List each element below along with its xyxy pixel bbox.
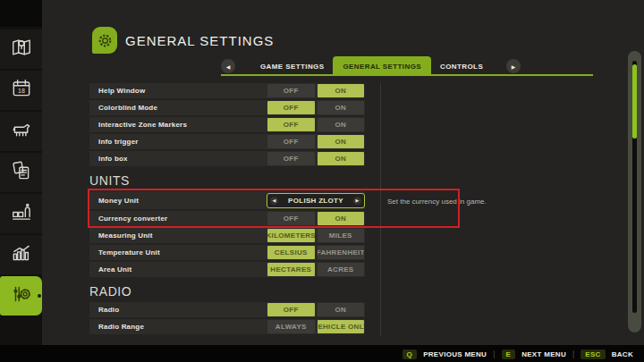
option-off[interactable]: OFF	[267, 152, 315, 165]
sidebar-item-production[interactable]	[0, 194, 42, 233]
annotation-highlight-box	[88, 189, 460, 228]
scrollbar-track[interactable]	[632, 61, 637, 313]
setting-label: Radio Range	[98, 323, 144, 331]
setting-label: Info trigger	[98, 138, 139, 146]
setting-label: Info box	[98, 155, 128, 163]
chevron-right-icon: ▶	[512, 63, 516, 70]
hint-separator: |	[493, 349, 495, 358]
sidebar-item-map[interactable]	[0, 29, 42, 69]
option-on[interactable]: ON	[318, 135, 365, 148]
setting-row-info-trigger: Info triggerOFFON	[89, 134, 365, 149]
gear-icon	[96, 31, 114, 50]
contracts-icon	[10, 159, 33, 186]
sidebar-item-statistics[interactable]	[0, 235, 42, 274]
setting-row-radio: RadioOFFON	[89, 302, 365, 317]
setting-label: Measuring Unit	[98, 232, 153, 240]
setting-row-measuring-unit: Measuring UnitKILOMETERSMILES	[89, 228, 365, 243]
sidebar-item-settings-gear[interactable]	[0, 276, 42, 316]
option-off[interactable]: OFF	[267, 135, 315, 148]
option-hectares[interactable]: HECTARES	[267, 263, 315, 276]
hint-next-menu: NEXT MENU	[521, 350, 566, 358]
next-tab-button[interactable]: ▶	[506, 59, 521, 73]
tab-controls[interactable]: CONTROLS	[431, 56, 492, 76]
tab-game-settings[interactable]: GAME SETTINGS	[251, 56, 333, 76]
settings-screen: 18 GENERAL SETTINGS ◀GAME SETTINGSGENERA…	[0, 0, 644, 362]
setting-row-help-window: Help WindowOFFON	[89, 83, 365, 98]
chevron-left-icon: ◀	[226, 63, 231, 70]
setting-label: Temperature Unit	[98, 248, 160, 257]
toggle-group-radio: OFFON	[267, 303, 364, 316]
page-title: GENERAL SETTINGS	[125, 33, 274, 48]
calendar-icon: 18	[10, 77, 33, 104]
setting-label: Area Unit	[98, 265, 131, 274]
sidebar-item-calendar[interactable]: 18	[0, 71, 42, 110]
toggle-group-interactive-zone-markers: OFFON	[267, 118, 364, 131]
option-kilometers[interactable]: KILOMETERS	[267, 229, 315, 242]
sidebar: 18	[0, 0, 42, 347]
section-title-units: UNITS	[89, 172, 365, 189]
option-celsius[interactable]: CELSIUS	[267, 246, 315, 259]
toggle-group-temperature-unit: CELSIUSFAHRENHEIT	[267, 246, 364, 259]
toggle-group-area-unit: HECTARESACRES	[267, 263, 364, 276]
map-icon	[10, 36, 33, 63]
toggle-group-colorblind-mode: OFFON	[267, 101, 364, 114]
settings-gear-icon	[10, 282, 33, 309]
setting-label: Interactive Zone Markers	[98, 121, 187, 129]
sidebar-item-contracts[interactable]	[0, 153, 42, 192]
top-left-spacer	[0, 0, 42, 27]
setting-label: Radio	[98, 306, 119, 314]
setting-row-area-unit: Area UnitHECTARESACRES	[89, 262, 365, 277]
previous-tab-button[interactable]: ◀	[221, 59, 235, 73]
tab-bar: ◀GAME SETTINGSGENERAL SETTINGSCONTROLS▶	[221, 56, 593, 76]
option-on[interactable]: ON	[318, 303, 365, 316]
option-always[interactable]: ALWAYS	[267, 320, 315, 333]
option-off[interactable]: OFF	[267, 101, 315, 114]
production-icon	[10, 200, 33, 227]
option-acres[interactable]: ACRES	[318, 263, 365, 276]
key-esc: ESC	[580, 349, 605, 359]
setting-label: Colorblind Mode	[98, 104, 157, 112]
hint-back: BACK	[612, 350, 633, 358]
option-on[interactable]: ON	[318, 101, 365, 114]
scrollbar[interactable]	[628, 51, 641, 333]
setting-row-radio-range: Radio RangeALWAYSVEHICLE ONLY	[89, 319, 365, 334]
svg-text:18: 18	[18, 88, 25, 94]
toggle-group-help-window: OFFON	[267, 84, 364, 97]
animals-icon	[10, 118, 33, 145]
setting-label: Help Window	[98, 87, 145, 95]
key-e: E	[502, 349, 516, 359]
toggle-group-info-box: OFFON	[267, 152, 364, 165]
toggle-group-measuring-unit: KILOMETERSMILES	[267, 229, 364, 242]
hint-previous-menu: PREVIOUS MENU	[423, 350, 487, 358]
option-miles[interactable]: MILES	[318, 229, 365, 242]
option-on[interactable]: ON	[318, 118, 365, 131]
option-on[interactable]: ON	[318, 152, 365, 165]
setting-row-colorblind-mode: Colorblind ModeOFFON	[89, 100, 365, 115]
footer-hints: QPREVIOUS MENU|ENEXT MENU|ESCBACK	[402, 348, 633, 360]
settings-badge	[92, 27, 117, 54]
tab-general-settings[interactable]: GENERAL SETTINGS	[333, 56, 431, 76]
setting-row-info-box: Info boxOFFON	[89, 151, 365, 166]
option-off[interactable]: OFF	[267, 118, 315, 131]
section-title-radio: RADIO	[89, 282, 365, 300]
option-on[interactable]: ON	[318, 84, 365, 97]
toggle-group-info-trigger: OFFON	[267, 135, 364, 148]
setting-row-temperature-unit: Temperature UnitCELSIUSFAHRENHEIT	[89, 245, 365, 260]
hint-separator: |	[572, 349, 574, 358]
statistics-icon	[10, 241, 33, 268]
option-off[interactable]: OFF	[267, 303, 315, 316]
setting-row-interactive-zone-markers: Interactive Zone MarkersOFFON	[89, 117, 365, 132]
option-off[interactable]: OFF	[267, 84, 315, 97]
option-vehicle-only[interactable]: VEHICLE ONLY	[318, 320, 365, 333]
option-fahrenheit[interactable]: FAHRENHEIT	[318, 246, 365, 259]
key-q: Q	[402, 349, 418, 359]
scrollbar-thumb[interactable]	[632, 64, 637, 139]
toggle-group-radio-range: ALWAYSVEHICLE ONLY	[267, 320, 364, 333]
sidebar-item-animals[interactable]	[0, 112, 42, 151]
